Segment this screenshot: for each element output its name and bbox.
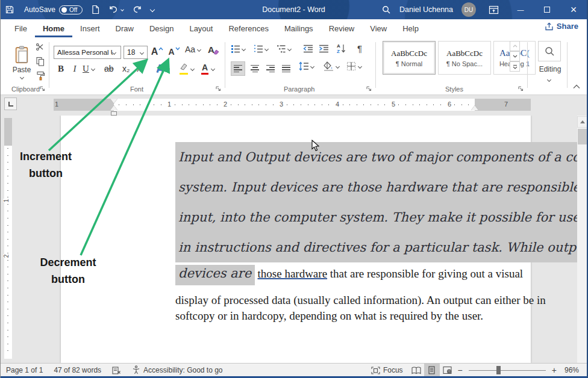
decrease-indent-button[interactable]	[303, 45, 313, 53]
style-no-spacing[interactable]: AaBbCcDc ¶ No Spac...	[438, 41, 491, 75]
tab-layout[interactable]: Layout	[181, 19, 220, 37]
minimize-button[interactable]: —	[507, 0, 534, 19]
accessibility-status[interactable]: Accessibility: Good to go	[127, 364, 228, 377]
right-indent-marker[interactable]	[471, 105, 478, 110]
zoom-slider-thumb[interactable]	[496, 366, 501, 374]
font-dialog-launcher-icon[interactable]	[215, 85, 222, 92]
align-center-button[interactable]	[248, 61, 262, 76]
selected-script-fragment[interactable]: devices are	[175, 265, 255, 285]
cut-button[interactable]	[36, 42, 45, 52]
font-color-dropdown-icon[interactable]	[211, 66, 215, 70]
underlined-text[interactable]: those hardware	[258, 267, 328, 280]
tab-insert[interactable]: Insert	[72, 19, 108, 37]
print-layout-button[interactable]	[424, 364, 440, 377]
autosave-toggle[interactable]: Off	[59, 5, 83, 14]
numbering-dropdown-icon[interactable]	[264, 46, 269, 51]
borders-dropdown-icon[interactable]	[358, 64, 362, 68]
increase-font-size-button[interactable]: A	[150, 45, 164, 59]
format-painter-button[interactable]	[36, 71, 45, 81]
multilevel-dropdown-icon[interactable]	[287, 46, 292, 51]
focus-mode-button[interactable]: Focus	[366, 364, 408, 377]
zoom-in-button[interactable]: +	[549, 364, 559, 377]
tab-review[interactable]: Review	[321, 19, 363, 37]
decrease-font-size-button[interactable]: A	[167, 45, 181, 59]
selected-script-line[interactable]: system. Input devices are those hardware…	[175, 172, 588, 202]
serif-text-fragment[interactable]: that are responsible for giving out a vi…	[327, 267, 523, 280]
maximize-button[interactable]	[534, 0, 560, 19]
customize-quick-access-icon[interactable]	[146, 0, 158, 19]
align-right-button[interactable]	[263, 61, 278, 76]
line-spacing-dropdown-icon[interactable]	[310, 64, 314, 68]
scroll-up-button[interactable]	[577, 116, 587, 128]
tab-references[interactable]: References	[220, 19, 276, 37]
close-button[interactable]: ×	[560, 0, 587, 19]
vertical-scrollbar[interactable]	[577, 116, 587, 363]
bullets-button[interactable]	[231, 45, 245, 53]
document-text[interactable]: Input and Output devices are two of majo…	[175, 142, 588, 324]
editing-group-label[interactable]: Editing	[537, 65, 563, 73]
zoom-out-button[interactable]: −	[455, 364, 465, 377]
numbering-button[interactable]	[254, 45, 268, 53]
redo-button[interactable]	[128, 0, 146, 19]
tab-help[interactable]: Help	[395, 19, 427, 37]
styles-scroll-up-icon[interactable]	[510, 41, 520, 51]
styles-scroll-down-icon[interactable]	[510, 51, 520, 61]
change-case-button[interactable]: Aa	[185, 45, 201, 54]
increase-indent-button[interactable]	[319, 45, 329, 53]
bullets-dropdown-icon[interactable]	[242, 46, 246, 51]
shading-dropdown-icon[interactable]	[336, 64, 340, 68]
paragraph-dialog-launcher-icon[interactable]	[366, 85, 372, 92]
multilevel-list-button[interactable]	[277, 45, 291, 53]
font-color-button[interactable]: A	[201, 63, 214, 75]
paste-dropdown-icon[interactable]	[19, 75, 23, 79]
clipboard-dialog-launcher-icon[interactable]	[39, 85, 46, 92]
autosave-control[interactable]: AutoSave Off	[20, 0, 87, 19]
tab-home[interactable]: Home	[35, 19, 72, 37]
font-name-dropdown-icon[interactable]	[112, 50, 116, 54]
underline-dropdown-icon[interactable]	[91, 67, 95, 71]
selected-script-line[interactable]: input, into the computer system. They ma…	[175, 202, 588, 232]
paste-button[interactable]: Paste	[8, 41, 36, 83]
borders-button[interactable]	[346, 61, 361, 71]
selected-script-line[interactable]: Input and Output devices are two of majo…	[175, 142, 588, 172]
hanging-indent-marker[interactable]	[110, 105, 117, 110]
styles-dialog-launcher-icon[interactable]	[518, 85, 524, 92]
new-document-icon[interactable]	[87, 0, 104, 19]
copy-button[interactable]	[36, 57, 45, 66]
superscript-button[interactable]: x²	[137, 64, 144, 73]
selected-script-line[interactable]: in instructions and directives for a par…	[175, 232, 588, 262]
clear-formatting-button[interactable]: A	[208, 45, 219, 55]
text-effects-dropdown-icon[interactable]	[166, 67, 170, 71]
highlight-color-button[interactable]	[179, 63, 194, 75]
undo-button[interactable]	[104, 0, 128, 19]
strikethrough-button[interactable]: ab	[104, 64, 114, 73]
zoom-slider[interactable]	[469, 364, 546, 377]
page-indicator[interactable]: Page 1 of 1	[1, 364, 48, 377]
text-effects-button[interactable]: A	[156, 63, 169, 75]
font-name-select[interactable]: Allessa Personal U	[54, 46, 121, 59]
first-line-indent-marker[interactable]	[110, 99, 117, 104]
tab-design[interactable]: Design	[142, 19, 181, 37]
styles-more-icon[interactable]	[510, 61, 520, 72]
undo-dropdown-icon[interactable]	[120, 8, 124, 11]
ribbon-display-options-icon[interactable]	[480, 0, 507, 19]
change-case-dropdown-icon[interactable]	[197, 47, 201, 51]
web-layout-button[interactable]	[440, 364, 455, 377]
sort-button[interactable]: A Z	[337, 43, 346, 54]
shading-button[interactable]	[324, 61, 339, 71]
show-formatting-button[interactable]: ¶	[357, 43, 362, 54]
tab-mailings[interactable]: Mailings	[277, 19, 321, 37]
align-left-button[interactable]	[231, 61, 245, 76]
tab-selector-button[interactable]	[4, 98, 17, 110]
highlight-dropdown-icon[interactable]	[190, 66, 195, 70]
justify-button[interactable]	[279, 61, 293, 76]
font-size-select[interactable]: 18	[124, 46, 148, 59]
scrollbar-thumb[interactable]	[578, 129, 587, 144]
font-size-dropdown-icon[interactable]	[140, 50, 144, 54]
editing-find-button[interactable]	[538, 41, 561, 61]
italic-button[interactable]: I	[70, 64, 79, 74]
collapse-ribbon-icon[interactable]	[573, 84, 580, 89]
tab-view[interactable]: View	[362, 19, 395, 37]
horizontal-ruler[interactable]: 1 1 2 3 4 5 6 7	[54, 99, 531, 111]
subscript-button[interactable]: x₂	[122, 64, 130, 73]
